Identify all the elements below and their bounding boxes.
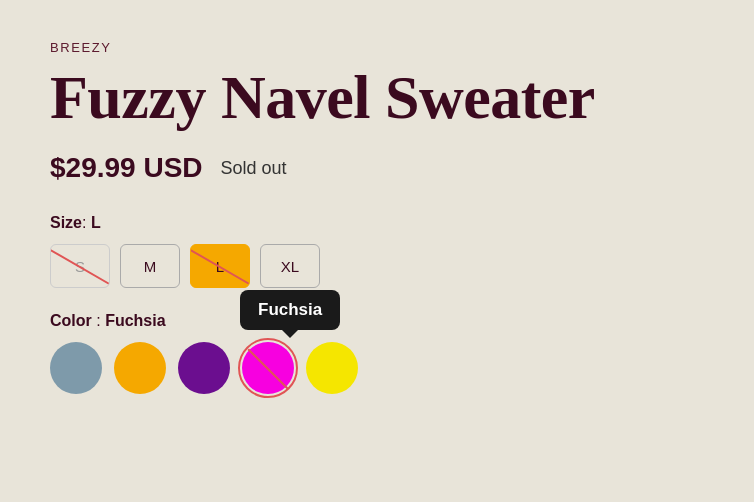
size-option-l[interactable]: L xyxy=(190,244,250,288)
size-options: S M L XL xyxy=(50,244,704,288)
product-title: Fuzzy Navel Sweater xyxy=(50,65,704,130)
color-section: Color : Fuchsia Fuchsia xyxy=(50,312,704,394)
color-label: Color : Fuchsia xyxy=(50,312,704,330)
color-swatch-fuchsia[interactable] xyxy=(242,342,294,394)
size-option-xl[interactable]: XL xyxy=(260,244,320,288)
color-swatch-orange[interactable] xyxy=(114,342,166,394)
color-swatch-gray[interactable] xyxy=(50,342,102,394)
color-swatch-yellow[interactable] xyxy=(306,342,358,394)
size-section: Size: L S M L XL xyxy=(50,214,704,288)
color-swatch-purple[interactable] xyxy=(178,342,230,394)
size-label: Size: L xyxy=(50,214,704,232)
size-option-s[interactable]: S xyxy=(50,244,110,288)
color-options: Fuchsia xyxy=(50,342,704,394)
sold-out-badge: Sold out xyxy=(221,158,287,179)
product-price: $29.99 USD xyxy=(50,152,203,184)
brand-label: BREEZY xyxy=(50,40,704,55)
size-option-m[interactable]: M xyxy=(120,244,180,288)
